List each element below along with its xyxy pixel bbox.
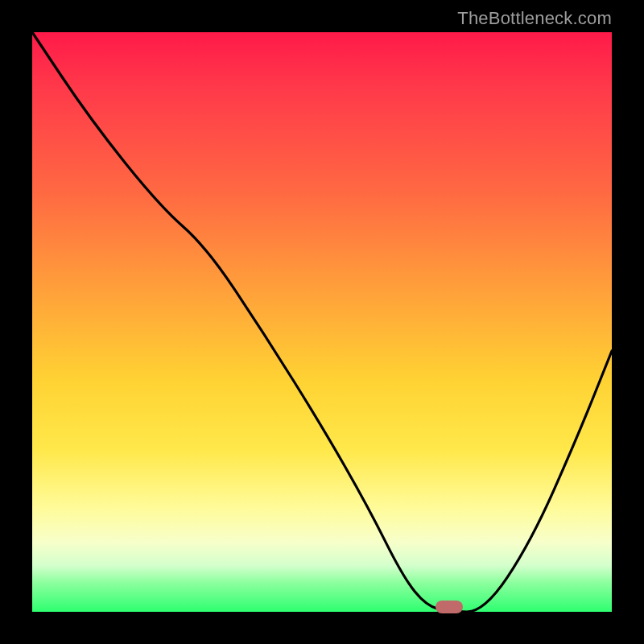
attribution-text: TheBottleneck.com [457, 8, 612, 29]
plot-area [32, 32, 612, 612]
optimal-marker [436, 601, 463, 613]
chart-frame: TheBottleneck.com [0, 0, 644, 644]
bottleneck-curve [32, 32, 612, 612]
